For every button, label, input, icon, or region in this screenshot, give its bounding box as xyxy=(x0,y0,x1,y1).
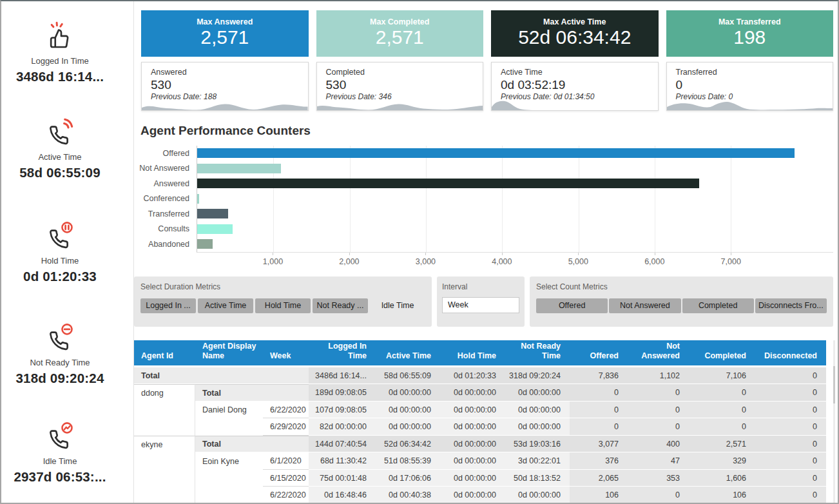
duration-not-ready-button[interactable]: Not Ready ... xyxy=(313,298,368,313)
duration-logged-in-button[interactable]: Logged In ... xyxy=(140,298,196,313)
cell-active-time: 0d 00:40:38 xyxy=(376,487,440,504)
kpi-cards-row: Max Answered2,571Answered530Previous Dat… xyxy=(141,10,833,111)
cell-not-answered: 400 xyxy=(628,436,689,453)
chart-bar-offered[interactable] xyxy=(197,148,795,158)
table-row[interactable]: Total3486d 16:14...58d 06:55:090d 01:20:… xyxy=(134,367,826,385)
chart-bar-conferenced[interactable] xyxy=(197,194,199,204)
duration-hold-time-button[interactable]: Hold Time xyxy=(255,298,311,313)
column-header-not-answered[interactable]: Not Answered xyxy=(628,340,689,367)
chart-x-axis: 1,0002,0003,0004,0005,0006,0007,000 xyxy=(197,253,833,270)
count-disconnects-fro-button[interactable]: Disconnects Fro... xyxy=(755,298,827,313)
column-header-disconnected[interactable]: Disconnected xyxy=(755,340,826,367)
column-header-offered[interactable]: Offered xyxy=(570,340,628,367)
table-row[interactable]: ekyneTotal144d 07:40:5452d 06:34:420d 00… xyxy=(134,436,826,453)
agent-performance-chart: OfferedNot AnsweredAnsweredConferencedTr… xyxy=(134,146,833,253)
kpi-card-max-active-time: Max Active Time52d 06:34:42Active Time0d… xyxy=(491,10,659,111)
count-offered-button[interactable]: Offered xyxy=(536,298,608,313)
cell-not-answered: 1,102 xyxy=(628,367,689,385)
sidebar-kpi-hold-time: Hold Time0d 01:20:33 xyxy=(1,221,119,284)
cell-week xyxy=(263,436,309,453)
cell-hold-time: 0d 00:00:00 xyxy=(440,418,505,436)
chart-category-label: Abandoned xyxy=(134,237,197,252)
table-row[interactable]: Daniel Dong6/22/2020107d 09:08:050d 00:0… xyxy=(134,402,826,419)
column-header-active-time[interactable]: Active Time xyxy=(376,340,440,367)
cell-disconnected: 0 xyxy=(755,367,826,385)
x-axis-label: 4,000 xyxy=(492,257,512,266)
kpi-card-value: 52d 06:34:42 xyxy=(491,26,659,48)
kpi-sidebar: Logged In Time3486d 16:14...Active Time5… xyxy=(1,1,134,503)
table-scrollbar-track[interactable] xyxy=(833,340,835,504)
cell-offered: 2,065 xyxy=(570,470,628,487)
chart-bar-abandoned[interactable] xyxy=(197,239,213,249)
cell-agent-display-name xyxy=(195,418,263,436)
kpi-card-max-completed: Max Completed2,571Completed530Previous D… xyxy=(316,10,484,111)
cell-not-ready-time: 0d 00:00:00 xyxy=(505,487,570,504)
sparkline xyxy=(317,97,483,110)
column-header-not-ready-time[interactable]: Not Ready Time xyxy=(505,340,570,367)
cell-hold-time: 0d 00:00:00 xyxy=(440,384,505,402)
cell-disconnected: 0 xyxy=(755,384,826,402)
table-scrollbar-thumb[interactable] xyxy=(833,366,835,403)
count-completed-button[interactable]: Completed xyxy=(682,298,754,313)
chart-plot-area xyxy=(197,146,833,253)
interval-slicer: Interval xyxy=(437,276,525,327)
cell-not-ready-time: 0d 00:00:00 xyxy=(505,384,570,402)
table-row[interactable]: 6/29/202082d 00:00:000d 00:00:000d 00:00… xyxy=(134,418,826,436)
column-header-week[interactable]: Week xyxy=(263,340,309,367)
kpi-card-max-max-answered: Max Answered2,571 xyxy=(141,10,309,57)
cell-offered: 106 xyxy=(570,487,628,504)
cell-not-ready-time: 0d 00:00:00 xyxy=(505,402,570,419)
kpi-card-current-max-active-time: Active Time0d 03:52:19Previous Date: 0d … xyxy=(491,62,659,111)
cell-completed: 7,106 xyxy=(689,367,755,385)
kpi-card-title: Max Active Time xyxy=(491,10,659,26)
kpi-card-current-max-answered: Answered530Previous Date: 188 xyxy=(141,62,309,111)
chart-bar-transferred[interactable] xyxy=(197,209,228,218)
column-header-agent-id[interactable]: Agent Id xyxy=(134,340,195,367)
chart-bar-answered[interactable] xyxy=(197,179,699,188)
report-canvas: Logged In Time3486d 16:14...Active Time5… xyxy=(0,0,839,504)
cell-logged-in-time: 189d 09:08:05 xyxy=(309,384,376,402)
cell-agent-display-name: Eoin Kyne xyxy=(195,452,263,470)
kpi-card-value: 2,571 xyxy=(141,26,309,48)
count-metrics-slicer: Select Count Metrics OfferedNot Answered… xyxy=(530,276,833,327)
kpi-sub-value: 0d 03:52:19 xyxy=(501,78,649,92)
cell-offered: 0 xyxy=(570,418,628,436)
chart-category-label: Conferenced xyxy=(134,191,197,207)
duration-active-time-button[interactable]: Active Time xyxy=(198,298,253,313)
duration-idle-time-button[interactable]: Idle Time xyxy=(370,298,425,313)
interval-input[interactable] xyxy=(442,297,519,313)
sidebar-kpi-not-ready-time: Not Ready Time318d 09:20:24 xyxy=(1,323,119,386)
cell-active-time: 0d 00:00:00 xyxy=(376,418,440,436)
agent-matrix-table: Agent IdAgent Display NameWeekLogged In … xyxy=(134,340,833,504)
kpi-card-title: Max Answered xyxy=(141,10,309,26)
chart-bar-consults[interactable] xyxy=(197,224,233,234)
cell-not-ready-time: 50d 18:13:52 xyxy=(505,470,570,487)
table-row[interactable]: 6/22/20200d 16:48:460d 00:40:380d 00:00:… xyxy=(134,487,826,504)
cell-week: 6/22/2020 xyxy=(263,487,309,504)
cell-logged-in-time: 82d 00:00:00 xyxy=(309,418,376,436)
table-row[interactable]: Eoin Kyne6/1/202068d 11:30:4251d 08:55:3… xyxy=(134,452,826,470)
column-header-agent-display-name[interactable]: Agent Display Name xyxy=(195,340,263,367)
table-row[interactable]: ddongTotal189d 09:08:050d 00:00:000d 00:… xyxy=(134,384,826,402)
x-axis-label: 5,000 xyxy=(568,257,588,266)
cell-not-answered: 0 xyxy=(628,487,689,504)
kpi-card-max-max-active-time: Max Active Time52d 06:34:42 xyxy=(491,10,659,57)
chart-bar-not-answered[interactable] xyxy=(197,164,281,173)
cell-not-answered: 0 xyxy=(628,402,689,419)
cell-agent-display-name xyxy=(195,487,263,504)
kpi-card-title: Max Transferred xyxy=(666,10,834,26)
cell-agent-id xyxy=(134,470,195,487)
count-not-answered-button[interactable]: Not Answered xyxy=(609,298,680,313)
cell-agent-id xyxy=(134,487,195,504)
table-row[interactable]: 6/15/202075d 00:01:480d 17:06:060d 00:00… xyxy=(134,470,826,487)
x-axis-label: 7,000 xyxy=(721,257,741,266)
cell-offered: 376 xyxy=(570,452,628,470)
cell-logged-in-time: 3486d 16:14... xyxy=(309,367,376,385)
table-header-row: Agent IdAgent Display NameWeekLogged In … xyxy=(134,340,826,367)
cell-week xyxy=(263,367,309,385)
column-header-logged-in-time[interactable]: Logged In Time xyxy=(309,340,376,367)
column-header-hold-time[interactable]: Hold Time xyxy=(440,340,505,367)
cell-not-ready-time: 318d 09:20:24 xyxy=(505,367,570,385)
column-header-completed[interactable]: Completed xyxy=(689,340,755,367)
kpi-card-value: 2,571 xyxy=(316,26,484,48)
